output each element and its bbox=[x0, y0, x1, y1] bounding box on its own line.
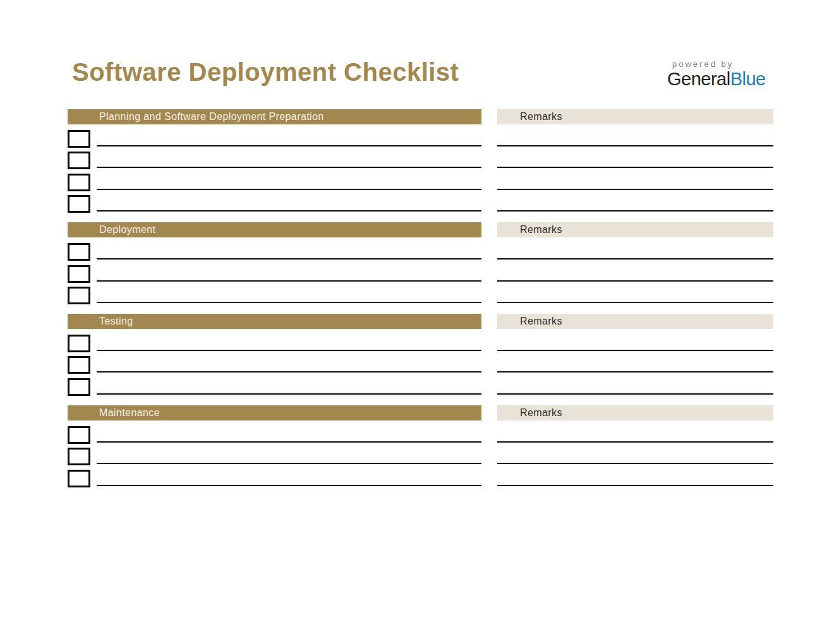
section-deployment: Deployment Remarks bbox=[68, 222, 773, 303]
remarks-input-line[interactable] bbox=[497, 485, 773, 486]
remarks-input-line[interactable] bbox=[497, 302, 773, 303]
remarks-header: Remarks bbox=[497, 222, 773, 237]
checklist-row bbox=[68, 443, 773, 465]
checklist-row bbox=[68, 146, 773, 169]
task-input-line[interactable] bbox=[97, 393, 481, 395]
brand-general: General bbox=[667, 69, 730, 89]
remarks-header: Remarks bbox=[497, 109, 773, 124]
checklist-row bbox=[68, 124, 773, 146]
task-input-line[interactable] bbox=[97, 485, 481, 486]
section-title: Testing bbox=[68, 314, 481, 329]
task-input-line[interactable] bbox=[97, 210, 481, 212]
brand-wordmark: GeneralBlue bbox=[667, 69, 766, 90]
section-header: Maintenance Remarks bbox=[68, 405, 773, 420]
checkbox[interactable] bbox=[68, 335, 90, 352]
powered-by-label: powered by bbox=[667, 59, 766, 69]
page-root: { "header": { "title": "Software Deploym… bbox=[0, 0, 834, 644]
section-title: Maintenance bbox=[68, 405, 481, 420]
checkbox[interactable] bbox=[68, 152, 90, 169]
remarks-input-line[interactable] bbox=[497, 393, 773, 395]
checklist-row bbox=[68, 168, 773, 190]
checkbox[interactable] bbox=[68, 265, 90, 283]
checkbox[interactable] bbox=[68, 195, 90, 213]
checkbox[interactable] bbox=[68, 448, 90, 465]
checklist-row bbox=[68, 329, 773, 351]
section-title: Planning and Software Deployment Prepara… bbox=[68, 109, 481, 124]
checklist: Planning and Software Deployment Prepara… bbox=[68, 109, 773, 497]
checkbox[interactable] bbox=[68, 287, 90, 304]
remarks-input-line[interactable] bbox=[497, 210, 773, 212]
section-planning: Planning and Software Deployment Prepara… bbox=[68, 109, 773, 212]
checklist-row bbox=[68, 351, 773, 373]
checklist-row bbox=[68, 190, 773, 212]
section-testing: Testing Remarks bbox=[68, 314, 773, 395]
checkbox[interactable] bbox=[68, 130, 90, 148]
page-title: Software Deployment Checklist bbox=[72, 58, 459, 86]
checklist-row bbox=[68, 259, 773, 282]
task-input-line[interactable] bbox=[97, 302, 481, 303]
checkbox[interactable] bbox=[68, 378, 90, 396]
checklist-row bbox=[68, 464, 773, 486]
checklist-row bbox=[68, 282, 773, 304]
checkbox[interactable] bbox=[68, 470, 90, 487]
section-header: Deployment Remarks bbox=[68, 222, 773, 237]
remarks-header: Remarks bbox=[497, 405, 773, 420]
section-header: Testing Remarks bbox=[68, 314, 773, 329]
checklist-row bbox=[68, 237, 773, 259]
checkbox[interactable] bbox=[68, 356, 90, 374]
brand-blue: Blue bbox=[730, 69, 766, 89]
remarks-header: Remarks bbox=[497, 314, 773, 329]
general-blue-logo: powered by GeneralBlue bbox=[667, 59, 766, 90]
checkbox[interactable] bbox=[68, 243, 90, 261]
section-maintenance: Maintenance Remarks bbox=[68, 405, 773, 486]
checklist-row bbox=[68, 373, 773, 395]
checklist-row bbox=[68, 420, 773, 443]
section-title: Deployment bbox=[68, 222, 481, 237]
section-header: Planning and Software Deployment Prepara… bbox=[68, 109, 773, 124]
checkbox[interactable] bbox=[68, 426, 90, 444]
checkbox[interactable] bbox=[68, 174, 90, 191]
